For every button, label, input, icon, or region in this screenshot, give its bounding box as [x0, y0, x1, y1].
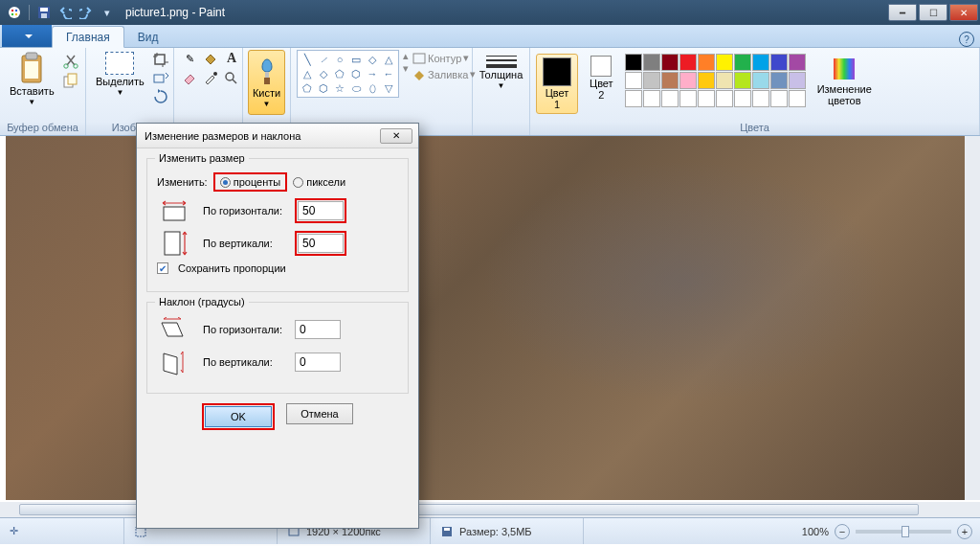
horizontal-input[interactable]: 50 [298, 201, 344, 220]
pencil-icon[interactable]: ✎ [180, 50, 199, 67]
palette-swatch[interactable] [752, 72, 769, 89]
tab-home[interactable]: Главная [52, 26, 124, 48]
radio-pixels[interactable]: пиксели [293, 176, 345, 188]
palette-swatch[interactable] [679, 54, 697, 71]
palette-swatch[interactable] [679, 90, 697, 107]
clipboard-icon [18, 52, 45, 84]
color-palette[interactable] [625, 54, 806, 107]
text-icon[interactable]: A [222, 50, 241, 67]
color1-swatch [543, 57, 571, 86]
resize-skew-dialog: Изменение размеров и наклона ✕ Изменить … [136, 123, 419, 529]
palette-swatch[interactable] [716, 54, 733, 71]
edit-colors-icon [831, 56, 858, 82]
palette-swatch[interactable] [679, 72, 697, 89]
palette-swatch[interactable] [698, 54, 715, 71]
redo-icon[interactable] [76, 3, 97, 22]
palette-swatch[interactable] [734, 54, 751, 71]
svg-point-2 [15, 10, 17, 11]
resize-icon[interactable] [152, 70, 169, 85]
palette-swatch[interactable] [716, 72, 733, 89]
palette-swatch[interactable] [625, 54, 642, 71]
help-icon[interactable]: ? [959, 32, 974, 47]
thickness-icon [486, 56, 517, 68]
select-button[interactable]: Выделить ▼ [92, 50, 148, 99]
horizontal-label: По горизонтали: [203, 205, 289, 216]
palette-swatch[interactable] [734, 72, 751, 89]
brush-icon [255, 57, 279, 86]
file-menu[interactable] [2, 25, 52, 47]
svg-rect-9 [26, 53, 37, 59]
qat-customize-icon[interactable]: ▾ [97, 3, 118, 22]
svg-rect-28 [165, 232, 180, 255]
disk-icon [440, 525, 454, 538]
palette-swatch[interactable] [661, 72, 679, 89]
horizontal-skew-icon [157, 316, 191, 343]
palette-swatch[interactable] [734, 90, 751, 107]
shapes-gallery[interactable]: ╲⟋○▭◇△ △◇⬠⬡→← ⬠⬡☆⬭⬯▽ [297, 50, 399, 98]
magnifier-icon[interactable] [222, 69, 241, 86]
palette-swatch[interactable] [770, 90, 788, 107]
svg-point-4 [15, 13, 17, 15]
palette-swatch[interactable] [789, 54, 806, 71]
fill-icon[interactable] [201, 50, 220, 67]
picker-icon[interactable] [201, 69, 220, 86]
minimize-button[interactable]: ━ [888, 4, 917, 21]
maximize-button[interactable]: ☐ [919, 4, 947, 21]
palette-swatch[interactable] [625, 72, 642, 89]
palette-swatch[interactable] [698, 72, 715, 89]
palette-swatch[interactable] [643, 54, 660, 71]
svg-rect-6 [40, 8, 48, 11]
skew-vertical-input[interactable]: 0 [295, 353, 341, 372]
skew-horizontal-input[interactable]: 0 [295, 320, 341, 339]
radio-percent[interactable]: проценты [216, 175, 285, 189]
svg-rect-19 [265, 72, 269, 78]
palette-swatch[interactable] [698, 90, 715, 107]
aspect-ratio-label: Сохранить пропорции [178, 262, 286, 274]
outline-dropdown[interactable]: Контур ▾ [412, 52, 476, 64]
scrollbar-vertical[interactable] [965, 136, 980, 500]
select-icon [105, 52, 134, 75]
aspect-ratio-checkbox[interactable]: ✔ [157, 262, 168, 274]
palette-swatch[interactable] [661, 54, 679, 71]
thickness-button[interactable]: Толщина ▼ [476, 50, 527, 92]
palette-swatch[interactable] [625, 90, 642, 107]
palette-swatch[interactable] [716, 90, 733, 107]
ok-button[interactable]: OK [205, 406, 272, 427]
fill-dropdown[interactable]: Заливка ▾ [412, 68, 476, 80]
palette-swatch[interactable] [752, 90, 769, 107]
save-icon[interactable] [33, 3, 55, 22]
zoom-in-button[interactable]: + [957, 524, 972, 539]
palette-swatch[interactable] [752, 54, 769, 71]
zoom-out-button[interactable]: − [835, 524, 850, 539]
paste-button[interactable]: Вставить ▼ [6, 50, 58, 108]
palette-swatch[interactable] [643, 90, 660, 107]
tab-view[interactable]: Вид [124, 27, 172, 47]
palette-swatch[interactable] [643, 72, 660, 89]
cancel-button[interactable]: Отмена [286, 403, 353, 424]
copy-icon[interactable] [62, 73, 79, 88]
palette-swatch[interactable] [770, 72, 788, 89]
vertical-label: По вертикали: [203, 238, 289, 249]
palette-swatch[interactable] [789, 90, 806, 107]
palette-swatch[interactable] [661, 90, 679, 107]
crop-icon[interactable] [152, 52, 169, 67]
skew-legend: Наклон (градусы) [155, 296, 249, 307]
svg-rect-16 [154, 75, 164, 82]
dialog-close-button[interactable]: ✕ [380, 128, 412, 144]
svg-rect-7 [41, 13, 47, 18]
rotate-icon[interactable] [152, 88, 169, 103]
palette-swatch[interactable] [789, 72, 806, 89]
vertical-input[interactable]: 50 [298, 234, 344, 253]
brushes-button[interactable]: Кисти ▼ [248, 50, 285, 115]
edit-colors-button[interactable]: Изменение цветов [813, 54, 876, 108]
svg-point-17 [213, 72, 217, 76]
eraser-icon[interactable] [180, 69, 199, 86]
undo-icon[interactable] [55, 3, 76, 22]
zoom-slider[interactable] [856, 530, 951, 534]
color1-button[interactable]: Цвет 1 [536, 54, 578, 114]
close-button[interactable]: ✕ [949, 4, 978, 21]
palette-swatch[interactable] [770, 54, 788, 71]
svg-rect-26 [444, 528, 450, 531]
cut-icon[interactable] [62, 54, 79, 69]
color2-button[interactable]: Цвет 2 [586, 54, 617, 102]
